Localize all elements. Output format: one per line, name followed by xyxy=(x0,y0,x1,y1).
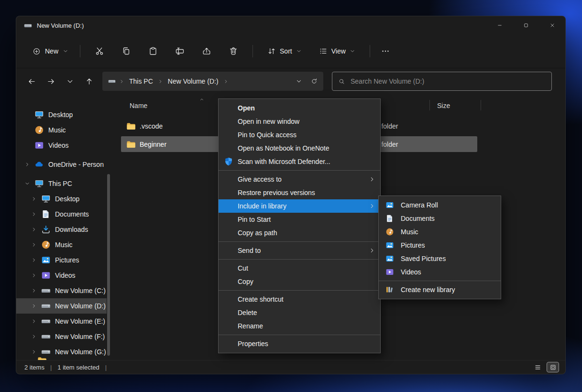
menu-item-videos[interactable]: Videos xyxy=(379,265,501,279)
address-dropdown-button[interactable] xyxy=(296,78,302,85)
chevron-right-icon xyxy=(30,348,38,356)
menu-item-music[interactable]: Music xyxy=(379,225,501,239)
up-icon xyxy=(85,77,93,86)
sidebar-item-new-volume-d[interactable]: New Volume (D:) xyxy=(16,298,107,314)
clipped-folder-icon xyxy=(37,356,47,360)
new-button[interactable]: New xyxy=(27,44,74,59)
back-button[interactable] xyxy=(23,73,40,89)
column-header-size[interactable]: Size xyxy=(437,102,450,109)
details-view-icon xyxy=(534,364,541,371)
search-input[interactable] xyxy=(350,77,546,86)
menu-item-open[interactable]: Open xyxy=(219,101,380,115)
column-divider[interactable] xyxy=(429,100,430,110)
sidebar-item-onedrive-person[interactable]: OneDrive - Person xyxy=(16,157,107,172)
sidebar-item-music[interactable]: Music xyxy=(16,237,107,252)
address-bar[interactable]: This PC New Volume (D:) xyxy=(102,72,323,91)
menu-item-properties[interactable]: Properties xyxy=(219,337,380,350)
chevron-right-icon xyxy=(30,302,38,310)
window-drive-icon xyxy=(24,22,32,30)
menu-separator xyxy=(219,170,380,171)
share-button[interactable] xyxy=(196,42,217,60)
menu-item-cut[interactable]: Cut xyxy=(219,261,380,275)
menu-item-copy[interactable]: Copy xyxy=(219,275,380,288)
sidebar-item-videos[interactable]: Videos xyxy=(16,138,107,153)
minimize-button[interactable] xyxy=(486,16,513,34)
folder-icon xyxy=(126,140,136,149)
file-name: Beginner xyxy=(140,141,166,148)
sort-button[interactable]: Sort xyxy=(262,43,307,59)
menu-item-pictures[interactable]: Pictures xyxy=(379,239,501,252)
menu-item-delete[interactable]: Delete xyxy=(219,306,380,319)
forward-button[interactable] xyxy=(42,73,59,89)
sidebar-item-label: New Volume (E:) xyxy=(55,317,105,325)
column-header-name[interactable]: Name xyxy=(130,102,147,109)
status-divider: | xyxy=(50,364,52,371)
sidebar-item-new-volume-f[interactable]: New Volume (F:) xyxy=(16,329,107,344)
chevron-right-icon xyxy=(223,79,229,84)
menu-item-copy-as-path[interactable]: Copy as path xyxy=(219,226,380,240)
menu-item-camera-roll[interactable]: Camera Roll xyxy=(379,198,501,212)
refresh-button[interactable] xyxy=(311,78,318,85)
sidebar-item-new-volume-g[interactable]: New Volume (G:) xyxy=(16,344,107,359)
navigation-bar: This PC New Volume (D:) xyxy=(16,68,565,94)
forward-icon xyxy=(47,77,55,86)
breadcrumb-this-pc[interactable]: This PC xyxy=(128,76,154,86)
menu-item-create-shortcut[interactable]: Create shortcut xyxy=(219,293,380,306)
sidebar-item-this-pc[interactable]: This PC xyxy=(16,176,107,191)
maximize-button[interactable] xyxy=(513,16,539,34)
new-button-label: New xyxy=(45,47,58,55)
sidebar-item-new-volume-c[interactable]: New Volume (C:) xyxy=(16,283,107,298)
cut-button[interactable] xyxy=(89,42,110,60)
view-button-label: View xyxy=(331,47,346,55)
drive-icon xyxy=(41,332,51,341)
rename-button[interactable] xyxy=(169,42,190,60)
details-view-button[interactable] xyxy=(532,362,543,372)
defender-shield-icon xyxy=(224,157,233,166)
menu-item-pin-to-start[interactable]: Pin to Start xyxy=(219,213,380,226)
sidebar-item-desktop[interactable]: Desktop xyxy=(16,107,107,122)
sidebar-item-music[interactable]: Music xyxy=(16,122,107,138)
menu-item-open-as-notebook-in-onenote[interactable]: Open as Notebook in OneNote xyxy=(219,142,380,155)
column-divider[interactable] xyxy=(481,100,481,110)
music-icon xyxy=(34,125,44,135)
large-icons-view-button[interactable] xyxy=(547,362,559,372)
up-button[interactable] xyxy=(80,73,98,89)
menu-item-rename[interactable]: Rename xyxy=(219,319,380,333)
chevron-spacer xyxy=(23,142,31,149)
close-button[interactable] xyxy=(539,16,565,34)
menu-item-pin-to-quick-access[interactable]: Pin to Quick access xyxy=(219,128,380,142)
pictures-icon xyxy=(385,241,394,250)
menu-item-saved-pictures[interactable]: Saved Pictures xyxy=(379,252,501,265)
sidebar-item-downloads[interactable]: Downloads xyxy=(16,222,107,237)
search-box[interactable] xyxy=(332,72,552,91)
pictures-icon xyxy=(41,255,51,265)
menu-item-documents[interactable]: Documents xyxy=(379,212,501,225)
chevron-right-icon xyxy=(23,161,31,168)
menu-item-label: Open in new window xyxy=(238,118,299,125)
menu-item-create-new-library[interactable]: Create new library xyxy=(379,283,501,296)
menu-item-open-in-new-window[interactable]: Open in new window xyxy=(219,115,380,128)
sidebar-item-documents[interactable]: Documents xyxy=(16,207,107,222)
file-explorer-window: New Volume (D:) New Sort View xyxy=(16,16,566,374)
menu-item-label: Pin to Start xyxy=(238,216,271,223)
more-options-button[interactable] xyxy=(376,43,395,60)
menu-item-include-in-library[interactable]: Include in library xyxy=(219,199,380,213)
menu-item-scan-with-microsoft-defender[interactable]: Scan with Microsoft Defender... xyxy=(219,155,380,168)
view-button[interactable]: View xyxy=(313,43,361,59)
breadcrumb-new-volume-d[interactable]: New Volume (D:) xyxy=(166,76,220,86)
menu-item-restore-previous-versions[interactable]: Restore previous versions xyxy=(219,186,380,199)
sort-icon xyxy=(267,47,276,55)
sidebar-item-desktop[interactable]: Desktop xyxy=(16,191,107,207)
menu-item-give-access-to[interactable]: Give access to xyxy=(219,173,380,186)
sidebar-item-pictures[interactable]: Pictures xyxy=(16,252,107,268)
menu-item-send-to[interactable]: Send to xyxy=(219,244,380,257)
copy-button[interactable] xyxy=(116,42,137,60)
sidebar-scrollbar[interactable] xyxy=(107,174,110,356)
menu-item-label: Create shortcut xyxy=(238,295,284,303)
sidebar-item-new-volume-e[interactable]: New Volume (E:) xyxy=(16,314,107,329)
delete-button[interactable] xyxy=(223,42,244,60)
menu-item-label: Videos xyxy=(401,268,421,276)
paste-button[interactable] xyxy=(143,42,164,60)
sidebar-item-videos[interactable]: Videos xyxy=(16,268,107,283)
recent-locations-button[interactable] xyxy=(61,73,78,89)
